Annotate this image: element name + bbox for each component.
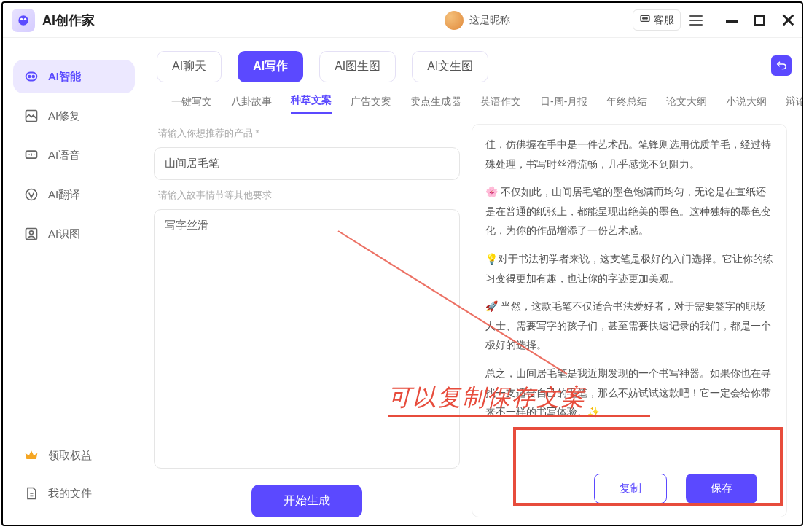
svg-point-4 xyxy=(643,18,644,19)
sub-tab[interactable]: 辩论稿 xyxy=(786,95,802,113)
svg-point-1 xyxy=(20,17,23,20)
mode-tab-img2img[interactable]: AI图生图 xyxy=(319,51,396,82)
svg-point-9 xyxy=(32,76,34,78)
sub-tab[interactable]: 年终总结 xyxy=(606,95,647,113)
sub-tab[interactable]: 日-周-月报 xyxy=(540,95,587,113)
save-button[interactable]: 保存 xyxy=(686,474,757,504)
user-nickname: 这是昵称 xyxy=(469,14,510,27)
window-minimize-button[interactable] xyxy=(726,15,738,26)
sub-tab[interactable]: 卖点生成器 xyxy=(410,95,461,113)
sub-tab[interactable]: 英语作文 xyxy=(480,95,521,113)
titlebar: AI创作家 这是昵称 客服 xyxy=(3,3,802,38)
output-paragraph: 🚀 当然，这款毛笔不仅适合书法爱好者，对于需要签字的职场人士、需要写字的孩子们，… xyxy=(485,297,773,355)
menu-icon[interactable] xyxy=(687,11,706,30)
sidebar-item-label: AI翻译 xyxy=(48,188,80,202)
customer-service-label: 客服 xyxy=(654,14,674,27)
output-text[interactable]: 佳，仿佛握在手中是一件艺术品。笔锋则选用优质羊毛，经过特殊处理，书写时丝滑流畅，… xyxy=(472,125,786,461)
sidebar: AI智能 AI修复 AI语音 AI翻译 AI识图 领取权益 xyxy=(3,38,145,525)
output-paragraph: 总之，山间居毛笔是我近期发现的一个书写神器。如果你也在寻找一支适合自己的毛笔，那… xyxy=(485,364,773,422)
sub-tab[interactable]: 论文大纲 xyxy=(666,95,707,113)
svg-point-2 xyxy=(24,17,26,20)
sidebar-item-label: 我的文件 xyxy=(48,487,92,501)
image-repair-icon xyxy=(23,108,39,124)
svg-point-14 xyxy=(30,231,34,235)
sidebar-item-ai-translate[interactable]: AI翻译 xyxy=(13,178,135,211)
mode-tab-write[interactable]: AI写作 xyxy=(238,51,303,82)
file-icon xyxy=(23,485,39,501)
output-paragraph: 🌸 不仅如此，山间居毛笔的墨色饱满而均匀，无论是在宣纸还是在普通的纸张上，都能呈… xyxy=(485,182,773,240)
mode-tabs: AI聊天 AI写作 AI图生图 AI文生图 xyxy=(151,51,790,82)
copy-button[interactable]: 复制 xyxy=(594,474,667,504)
sidebar-item-ai-smart[interactable]: AI智能 xyxy=(13,60,135,93)
svg-point-0 xyxy=(18,15,28,25)
history-float-button[interactable] xyxy=(771,55,792,76)
svg-rect-7 xyxy=(26,73,37,81)
action-row: 复制 保存 xyxy=(472,461,786,517)
sub-tab[interactable]: 一键写文 xyxy=(171,95,212,113)
sidebar-item-label: AI识图 xyxy=(48,227,80,241)
voice-icon xyxy=(23,147,39,163)
generate-button[interactable]: 开始生成 xyxy=(251,485,362,517)
crown-icon xyxy=(23,447,39,463)
sidebar-item-label: AI修复 xyxy=(48,109,80,123)
sub-tab[interactable]: 广告文案 xyxy=(351,95,391,113)
svg-point-6 xyxy=(646,18,647,19)
extra-textarea[interactable]: 写字丝滑 xyxy=(154,209,460,469)
svg-point-8 xyxy=(28,76,31,78)
app-logo-icon xyxy=(12,9,35,32)
window-close-button[interactable] xyxy=(781,15,793,26)
extra-label: 请输入故事情节等其他要求 xyxy=(154,186,460,203)
sidebar-item-label: 领取权益 xyxy=(48,449,92,463)
sidebar-item-label: AI语音 xyxy=(48,149,80,163)
sidebar-item-my-files[interactable]: 我的文件 xyxy=(13,477,135,510)
detect-icon xyxy=(23,226,39,242)
sparkle-icon xyxy=(23,69,39,85)
product-label: 请输入你想推荐的产品 * xyxy=(154,124,460,141)
window-maximize-button[interactable] xyxy=(754,15,765,26)
sub-tabs: 一键写文 八卦故事 种草文案 广告文案 卖点生成器 英语作文 日-周-月报 年终… xyxy=(151,82,790,118)
sub-tab-active[interactable]: 种草文案 xyxy=(291,94,332,114)
mode-tab-chat[interactable]: AI聊天 xyxy=(157,51,222,82)
app-title: AI创作家 xyxy=(42,12,95,29)
main-area: AI聊天 AI写作 AI图生图 AI文生图 一键写文 八卦故事 种草文案 广告文… xyxy=(145,38,802,525)
sub-tab[interactable]: 小说大纲 xyxy=(726,95,767,113)
sidebar-item-benefits[interactable]: 领取权益 xyxy=(13,439,135,472)
output-paragraph: 佳，仿佛握在手中是一件艺术品。笔锋则选用优质羊毛，经过特殊处理，书写时丝滑流畅，… xyxy=(485,135,773,173)
input-panel: 请输入你想推荐的产品 * 山间居毛笔 请输入故事情节等其他要求 写字丝滑 开始生… xyxy=(154,124,460,517)
app-window: AI创作家 这是昵称 客服 AI智能 AI修复 xyxy=(1,1,803,526)
product-input[interactable]: 山间居毛笔 xyxy=(154,147,460,180)
sidebar-item-label: AI智能 xyxy=(48,70,81,84)
sidebar-item-ai-repair[interactable]: AI修复 xyxy=(13,99,135,133)
svg-point-5 xyxy=(644,18,645,19)
sub-tab[interactable]: 八卦故事 xyxy=(231,95,272,113)
chat-icon xyxy=(639,13,651,27)
mode-tab-txt2img[interactable]: AI文生图 xyxy=(412,51,488,82)
user-avatar[interactable] xyxy=(445,11,464,30)
output-panel: 佳，仿佛握在手中是一件艺术品。笔锋则选用优质羊毛，经过特殊处理，书写时丝滑流畅，… xyxy=(472,124,787,517)
translate-icon xyxy=(23,187,39,203)
panels: 请输入你想推荐的产品 * 山间居毛笔 请输入故事情节等其他要求 写字丝滑 开始生… xyxy=(151,118,790,517)
app-body: AI智能 AI修复 AI语音 AI翻译 AI识图 领取权益 xyxy=(3,38,802,525)
output-paragraph: 💡对于书法初学者来说，这支笔是极好的入门选择。它让你的练习变得更加有趣，也让你的… xyxy=(485,249,773,288)
sidebar-item-ai-voice[interactable]: AI语音 xyxy=(13,138,135,172)
customer-service-button[interactable]: 客服 xyxy=(633,9,681,31)
sidebar-item-ai-image-detect[interactable]: AI识图 xyxy=(13,217,135,251)
